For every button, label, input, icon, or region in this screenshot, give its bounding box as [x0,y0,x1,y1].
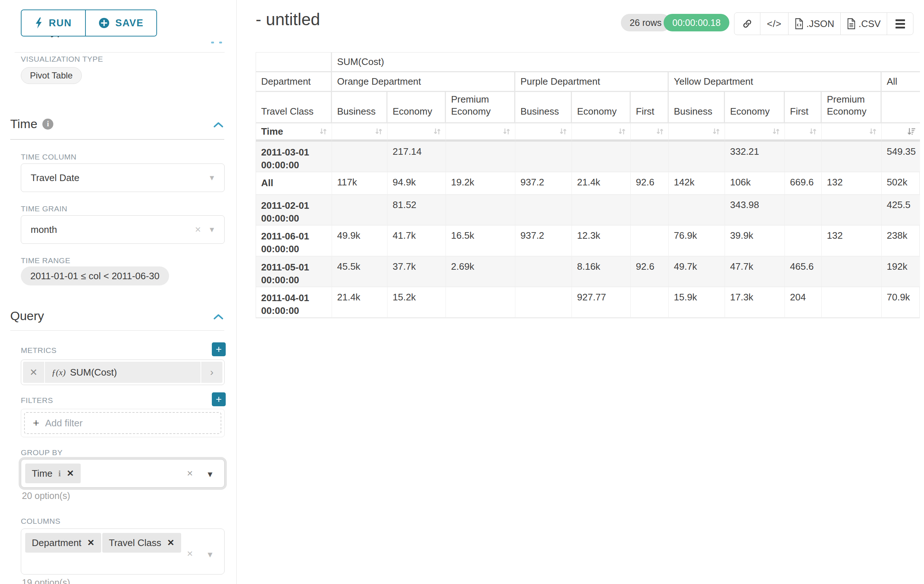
sort-icon [711,127,721,136]
chevron-down-icon[interactable]: ▼ [206,550,214,559]
travel-class-header: Economy [572,92,631,123]
query-section-title: Query [10,309,44,323]
remove-chip-icon[interactable]: ✕ [167,538,175,548]
filters-control: + Add filter [21,409,224,437]
time-axis-label: Time [261,126,283,137]
csv-file-icon [847,18,856,29]
pivot-cell: 927.77 [572,287,631,318]
chevron-up-icon[interactable] [213,121,223,128]
travel-class-axis-cell: Travel Class [256,92,332,123]
save-button[interactable]: SAVE [86,10,156,36]
pivot-cell: 217.14 [388,141,446,172]
sort-header[interactable] [446,123,515,141]
code-icon: </> [767,18,782,30]
pivot-cell: 17.3k [725,287,785,318]
time-column-select[interactable]: Travel Date ▼ [21,163,224,192]
clear-icon[interactable]: × [187,548,193,559]
info-icon: i [58,469,61,479]
pivot-cell: 45.5k [332,257,388,287]
remove-chip-icon[interactable]: ✕ [87,538,95,548]
link-icon [742,19,752,29]
pivot-cell [822,257,882,287]
sort-header[interactable] [631,123,669,141]
clear-icon[interactable]: × [195,224,201,235]
sort-header[interactable] [822,123,882,141]
chart-title[interactable]: - untitled [256,10,320,29]
pivot-cell: 117k [332,172,388,195]
time-grain-select[interactable]: month × ▼ [21,216,224,244]
pivot-cell [446,141,515,172]
pivot-cell: 465.6 [785,257,822,287]
metrics-label: METRICS [21,346,57,355]
chevron-down-icon[interactable]: ▼ [206,470,214,479]
sort-header[interactable] [332,123,388,141]
pivot-row-label: 2011-06-01 00:00:00 [256,225,332,256]
travel-class-header: Business [669,92,725,123]
department-group-header: Orange Department [332,72,515,92]
time-section-title: Time [10,117,37,131]
pivot-cell: 94.9k [388,172,446,195]
pivot-cell: 425.5 [882,195,920,225]
pivot-cell: 106k [725,172,785,195]
pivot-cell [822,141,882,172]
run-button[interactable]: RUN [21,10,86,36]
pivot-cell [446,287,515,318]
group-by-select[interactable]: Time i ✕ × ▼ [21,459,224,488]
plus-icon: + [33,417,40,429]
pivot-cell: 204 [785,287,822,318]
remove-metric-icon[interactable]: ✕ [23,362,44,383]
pivot-body: 2011-03-01 00:00:00217.14332.21549.35All… [256,141,920,318]
export-csv-button[interactable]: .CSV [840,13,887,35]
sort-header[interactable] [669,123,725,141]
time-range-chip[interactable]: 2011-01-01 ≤ col < 2011-06-30 [21,267,169,285]
remove-chip-icon[interactable]: ✕ [66,468,74,479]
export-json-button[interactable]: .JSON [788,13,840,35]
sort-row: Time [256,123,920,141]
sort-header[interactable] [388,123,446,141]
add-filter-placeholder: Add filter [45,418,83,429]
sort-header[interactable] [785,123,822,141]
sort-header-time[interactable]: Time [256,123,332,141]
add-metric-button[interactable]: + [212,342,226,356]
department-group-header: Purple Department [515,72,669,92]
columns-label: COLUMNS [21,517,61,526]
columns-chip[interactable]: Department ✕ [25,533,101,553]
sort-header[interactable] [725,123,785,141]
row-count-badge: 26 rows [621,14,670,31]
pivot-cell [785,141,822,172]
metric-chip[interactable]: ✕ ƒ(x) SUM(Cost) › [23,362,223,383]
add-filter-plus-button[interactable]: + [212,392,226,406]
pivot-cell: 41.7k [388,225,446,256]
sort-header[interactable] [572,123,631,141]
sort-header[interactable] [515,123,572,141]
group-by-chip[interactable]: Time i ✕ [25,464,81,483]
pivot-cell [572,195,631,225]
sort-header-active[interactable] [882,123,920,141]
pivot-cell [446,195,515,225]
chevron-right-icon[interactable]: › [201,362,223,383]
more-options-button[interactable] [887,13,913,35]
columns-chip[interactable]: Travel Class ✕ [102,533,181,553]
travel-class-header: Business [332,92,388,123]
columns-select[interactable]: Department ✕ Travel Class ✕ × ▼ [21,528,224,574]
pivot-cell [785,225,822,256]
chevron-up-icon[interactable] [213,313,223,321]
clear-icon[interactable]: × [187,467,193,479]
travel-class-header [882,92,920,123]
chevron-down-icon[interactable]: ▼ [208,225,216,234]
view-query-button[interactable]: </> [760,13,788,35]
pivot-cell: 21.4k [332,287,388,318]
copy-link-button[interactable] [734,13,760,35]
department-group-header: Yellow Department [669,72,882,92]
pivot-row-label: 2011-05-01 00:00:00 [256,257,332,287]
pivot-cell [572,141,631,172]
export-json-label: .JSON [807,18,835,30]
pivot-cell [631,141,669,172]
metric-value: SUM(Cost) [70,367,117,378]
chart-type-collapse-chevron [211,42,214,43]
pivot-cell: 16.5k [446,225,515,256]
add-filter-button[interactable]: + Add filter [24,412,221,434]
pivot-cell: 8.16k [572,257,631,287]
chevron-down-icon[interactable]: ▼ [208,174,216,182]
visualization-type-chip[interactable]: Pivot Table [21,67,82,84]
